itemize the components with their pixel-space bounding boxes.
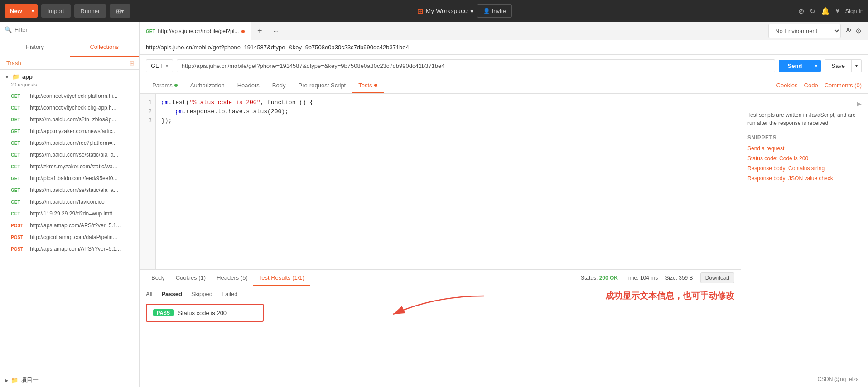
list-item[interactable]: GET http://119.29.29.29/d?dn=wup.imtt...… xyxy=(0,208,139,220)
tab-add-button[interactable]: + xyxy=(251,22,268,40)
request-url-input[interactable] xyxy=(177,59,775,72)
list-item[interactable]: GET http://connectivitycheck.cbg-app.h..… xyxy=(0,102,139,114)
topbar-right: ⊘ ↻ 🔔 ♥ Sign In xyxy=(798,7,863,15)
method-badge-get: GET xyxy=(11,117,26,122)
collection-chevron-icon: ▼ xyxy=(5,74,10,80)
heart-icon[interactable]: ♥ xyxy=(835,7,840,15)
code-line-2: pm.response.to.have.status(200); xyxy=(161,107,735,116)
tab-headers[interactable]: Headers xyxy=(231,77,266,93)
filter-passed[interactable]: Passed xyxy=(161,291,182,297)
resp-tab-cookies[interactable]: Cookies (1) xyxy=(170,270,211,286)
request-tab[interactable]: GET http://apis.juhe.cn/mobile/get?pl... xyxy=(140,22,251,40)
filter-failed[interactable]: Failed xyxy=(222,291,237,297)
list-item[interactable]: POST http://aps.amap.com/APS/r?ver=5.1..… xyxy=(0,243,139,255)
request-bar: GET ▾ Send ▾ Save ▾ xyxy=(140,55,868,77)
sync-icon[interactable]: ↻ xyxy=(810,7,815,15)
list-item[interactable]: POST http://aps.amap.com/APS/r?ver=5.1..… xyxy=(0,220,139,231)
code-editor: 1 2 3 pm.test("Status code is 200", func… xyxy=(140,94,741,387)
response-status: Status: 200 OK Time: 104 ms Size: 359 B … xyxy=(581,272,734,283)
tab-bar: GET http://apis.juhe.cn/mobile/get?pl...… xyxy=(140,22,762,40)
sidebar-search-bar: 🔍 xyxy=(0,22,139,38)
tab-params[interactable]: Params xyxy=(146,77,184,93)
invite-button[interactable]: 👤 Invite xyxy=(477,4,512,18)
tab-params-label: Params xyxy=(152,82,173,89)
tab-pre-request[interactable]: Pre-request Script xyxy=(292,77,352,93)
environment-select[interactable]: No Environment xyxy=(768,24,841,38)
snippet-send-request[interactable]: Send a request xyxy=(747,145,862,152)
content-wrapper: GET http://apis.juhe.cn/mobile/get?pl...… xyxy=(140,22,868,387)
new-button-label[interactable]: New xyxy=(5,8,28,14)
save-button[interactable]: Save xyxy=(825,59,851,72)
line-num-3: 3 xyxy=(143,116,152,125)
new-collection-icon[interactable]: ⊞ xyxy=(130,60,135,67)
code-area[interactable]: 1 2 3 pm.test("Status code is 200", func… xyxy=(140,94,741,269)
download-button[interactable]: Download xyxy=(700,272,734,283)
sidebar-bottom-item[interactable]: ▶ 📁 项目一 xyxy=(0,373,139,387)
tab-tests[interactable]: Tests xyxy=(352,77,383,93)
resp-tab-test-results[interactable]: Test Results (1/1) xyxy=(253,270,310,286)
import-button[interactable]: Import xyxy=(41,4,71,18)
tab-collections[interactable]: Collections xyxy=(70,38,140,57)
snippets-title: SNIPPETS xyxy=(747,134,862,141)
send-button[interactable]: Send xyxy=(779,60,811,72)
comments-link[interactable]: Comments (0) xyxy=(825,82,862,89)
snippet-response-json[interactable]: Response body: JSON value check xyxy=(747,175,862,182)
tests-dot xyxy=(374,84,377,87)
method-select[interactable]: GET ▾ xyxy=(146,59,173,72)
tab-tests-label: Tests xyxy=(358,82,372,89)
list-item[interactable]: GET https://m.baidu.com/rec?platform=... xyxy=(0,137,139,149)
snippet-status-code[interactable]: Status code: Code is 200 xyxy=(747,155,862,162)
list-item[interactable]: GET https://m.baidu.com/s?tn=zbios&p... xyxy=(0,114,139,125)
list-item[interactable]: GET https://m.baidu.com/se/static/ala_a.… xyxy=(0,184,139,196)
csdn-footer: CSDN @ng_elza xyxy=(817,376,859,382)
resp-tab-body[interactable]: Body xyxy=(146,270,170,286)
time-label: Time: 104 ms xyxy=(625,275,658,281)
search-icon[interactable]: ⊘ xyxy=(798,7,804,15)
tab-bar-row: GET http://apis.juhe.cn/mobile/get?pl...… xyxy=(140,22,868,40)
settings-icon-button[interactable]: ⚙ xyxy=(855,27,862,35)
invite-label: Invite xyxy=(492,8,506,14)
tab-body[interactable]: Body xyxy=(266,77,292,93)
list-item[interactable]: GET http://pics1.baidu.com/feed/95eef0..… xyxy=(0,172,139,184)
runner-button[interactable]: Runner xyxy=(74,4,106,18)
list-item[interactable]: GET http://zkres.myzaker.com/static/wa..… xyxy=(0,161,139,172)
list-item[interactable]: POST http://cgicol.amap.com/dataPipelin.… xyxy=(0,231,139,243)
signin-button[interactable]: Sign In xyxy=(845,8,863,14)
new-button[interactable]: New ▾ xyxy=(5,4,38,18)
code-link[interactable]: Code xyxy=(804,82,818,89)
split-pane: 1 2 3 pm.test("Status code is 200", func… xyxy=(140,94,868,387)
line-num-1: 1 xyxy=(143,98,152,107)
search-input[interactable] xyxy=(14,26,135,33)
sidebar-list: ▼ 📁 app 20 requests GET http://connectiv… xyxy=(0,70,139,373)
sidebar-trash[interactable]: Trash ⊞ xyxy=(0,57,139,70)
tab-authorization[interactable]: Authorization xyxy=(184,77,231,93)
req-url: http://zkres.myzaker.com/static/wa... xyxy=(30,163,117,170)
proxy-button[interactable]: ⊞▾ xyxy=(110,4,130,18)
request-tabs: Params Authorization Headers Body Pre-re… xyxy=(140,77,868,94)
tab-history[interactable]: History xyxy=(0,38,70,57)
list-item[interactable]: GET https://m.baidu.com/favicon.ico xyxy=(0,196,139,208)
workspace-button[interactable]: ⊞ My Workspace ▾ xyxy=(417,7,473,15)
filter-all[interactable]: All xyxy=(146,291,152,297)
resp-tab-headers[interactable]: Headers (5) xyxy=(211,270,253,286)
filter-skipped[interactable]: Skipped xyxy=(191,291,212,297)
list-item[interactable]: GET http://app.myzaker.com/news/artic... xyxy=(0,125,139,137)
sidebar-tabs: History Collections xyxy=(0,38,139,57)
list-item[interactable]: GET http://connectivitycheck.platform.hi… xyxy=(0,90,139,102)
tab-unsaved-dot xyxy=(241,30,245,33)
send-arrow-button[interactable]: ▾ xyxy=(811,60,821,72)
notification-icon[interactable]: 🔔 xyxy=(821,7,830,15)
req-url: http://aps.amap.com/APS/r?ver=5.1... xyxy=(30,222,121,229)
save-arrow-button[interactable]: ▾ xyxy=(851,59,862,72)
snippet-response-body-contains[interactable]: Response body: Contains string xyxy=(747,165,862,172)
new-button-arrow[interactable]: ▾ xyxy=(28,9,38,14)
tab-more-button[interactable]: ··· xyxy=(268,22,284,40)
list-item[interactable]: GET https://m.baidu.com/se/static/ala_a.… xyxy=(0,149,139,161)
code-keyword: pm xyxy=(161,99,169,106)
cookies-link[interactable]: Cookies xyxy=(776,82,798,89)
eye-icon-button[interactable]: 👁 xyxy=(844,27,852,35)
method-badge-get: GET xyxy=(11,129,26,134)
code-line-3: }); xyxy=(161,116,735,125)
panel-expand-icon[interactable]: ▶ xyxy=(857,100,862,107)
collection-header-app[interactable]: ▼ 📁 app xyxy=(0,70,139,82)
